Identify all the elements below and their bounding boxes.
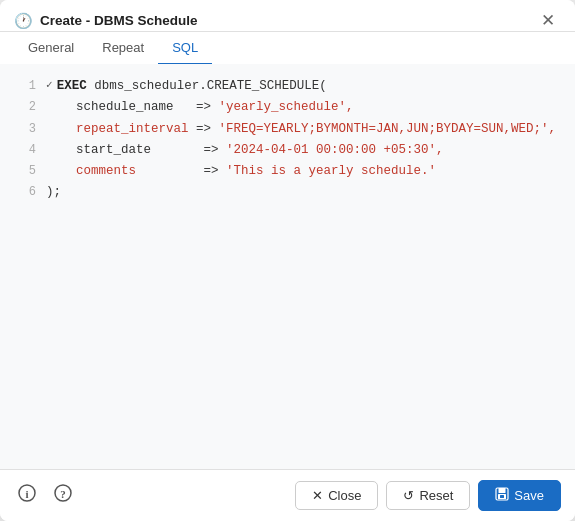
save-label: Save xyxy=(514,488,544,503)
dialog-close-button[interactable]: ✕ xyxy=(535,10,561,31)
code-line-1: 1 ✓ EXEC dbms_scheduler.CREATE_SCHEDULE( xyxy=(16,76,559,97)
svg-text:?: ? xyxy=(60,488,66,500)
create-dbms-schedule-dialog: 🕐 Create - DBMS Schedule ✕ General Repea… xyxy=(0,0,575,521)
code-line-2: 2 schedule_name => 'yearly_schedule', xyxy=(16,97,559,118)
reset-button[interactable]: ↺ Reset xyxy=(386,481,470,510)
code-line-5-content: comments => 'This is a yearly schedule.' xyxy=(46,161,559,182)
reset-label: Reset xyxy=(419,488,453,503)
info-icon: i xyxy=(18,484,36,502)
code-line-6: 6 ); xyxy=(16,182,559,203)
footer-actions: ✕ Close ↺ Reset Save xyxy=(295,480,561,511)
line-number-3: 3 xyxy=(16,119,36,139)
sql-code-panel: 1 ✓ EXEC dbms_scheduler.CREATE_SCHEDULE(… xyxy=(0,64,575,469)
code-line-6-content: ); xyxy=(46,182,559,203)
close-button[interactable]: ✕ Close xyxy=(295,481,378,510)
code-line-3-content: repeat_interval => 'FREQ=YEARLY;BYMONTH=… xyxy=(46,119,559,140)
tab-sql[interactable]: SQL xyxy=(158,32,212,65)
code-line-1-content: EXEC dbms_scheduler.CREATE_SCHEDULE( xyxy=(57,76,559,97)
clock-icon: 🕐 xyxy=(14,12,33,30)
collapse-chevron: ✓ xyxy=(46,76,53,95)
tab-general[interactable]: General xyxy=(14,32,88,65)
code-line-4: 4 start_date => '2024-04-01 00:00:00 +05… xyxy=(16,140,559,161)
line-number-2: 2 xyxy=(16,97,36,117)
save-button[interactable]: Save xyxy=(478,480,561,511)
help-button[interactable]: ? xyxy=(50,482,76,509)
code-line-5: 5 comments => 'This is a yearly schedule… xyxy=(16,161,559,182)
line-number-4: 4 xyxy=(16,140,36,160)
tab-bar: General Repeat SQL xyxy=(0,32,575,64)
help-icon: ? xyxy=(54,484,72,502)
code-line-3: 3 repeat_interval => 'FREQ=YEARLY;BYMONT… xyxy=(16,119,559,140)
code-line-2-content: schedule_name => 'yearly_schedule', xyxy=(46,97,559,118)
line-number-1: 1 xyxy=(16,76,36,96)
close-icon: ✕ xyxy=(312,488,323,503)
dialog-header: 🕐 Create - DBMS Schedule ✕ xyxy=(0,0,575,32)
footer-icons: i ? xyxy=(14,482,76,509)
line-number-6: 6 xyxy=(16,182,36,202)
close-label: Close xyxy=(328,488,361,503)
svg-text:i: i xyxy=(25,488,28,500)
code-editor: 1 ✓ EXEC dbms_scheduler.CREATE_SCHEDULE(… xyxy=(0,64,575,216)
line-number-5: 5 xyxy=(16,161,36,181)
svg-rect-5 xyxy=(499,488,506,493)
dialog-title: Create - DBMS Schedule xyxy=(40,13,198,28)
dialog-footer: i ? ✕ Close ↺ Reset xyxy=(0,469,575,521)
info-button[interactable]: i xyxy=(14,482,40,509)
svg-rect-7 xyxy=(500,495,504,498)
dialog-title-area: 🕐 Create - DBMS Schedule xyxy=(14,12,198,30)
reset-icon: ↺ xyxy=(403,488,414,503)
save-icon xyxy=(495,487,509,504)
code-line-4-content: start_date => '2024-04-01 00:00:00 +05:3… xyxy=(46,140,559,161)
tab-repeat[interactable]: Repeat xyxy=(88,32,158,65)
